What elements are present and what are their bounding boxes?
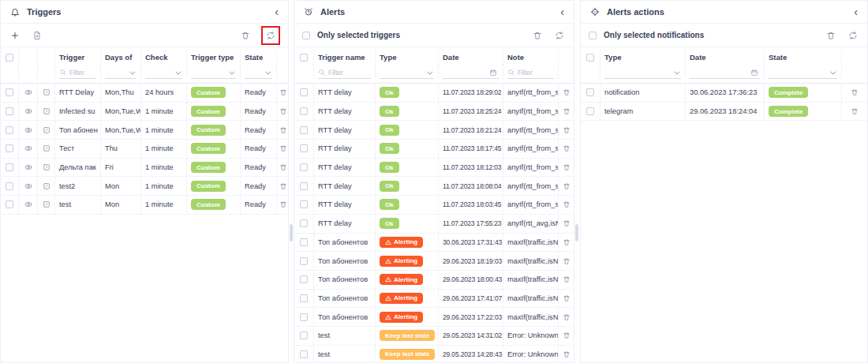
row-checkbox[interactable] <box>586 88 594 96</box>
trash-icon[interactable] <box>277 161 289 174</box>
trash-icon[interactable] <box>560 217 573 230</box>
action-state-badge: Complete <box>769 106 808 117</box>
row-checkbox[interactable] <box>300 126 308 134</box>
only-selected-triggers-checkbox[interactable] <box>302 32 310 39</box>
toggle-icon[interactable] <box>22 86 35 99</box>
toggle-icon[interactable] <box>22 180 35 193</box>
trash-icon[interactable] <box>848 86 861 99</box>
trash-icon[interactable] <box>560 236 573 249</box>
alert-trigger-name: RTT delay <box>313 84 375 102</box>
trash-icon[interactable] <box>277 86 289 99</box>
refresh-button[interactable] <box>264 29 277 42</box>
row-checkbox[interactable] <box>300 88 308 96</box>
select-all-checkbox[interactable] <box>6 54 13 62</box>
row-checkbox[interactable] <box>300 182 308 190</box>
row-checkbox[interactable] <box>300 350 308 358</box>
trash-icon[interactable] <box>277 124 289 137</box>
row-checkbox[interactable] <box>300 238 308 246</box>
collapse-panel-button[interactable]: ‹ <box>852 6 859 17</box>
refresh-button[interactable] <box>553 29 566 42</box>
trigger-check-interval: 1 minute <box>140 196 186 214</box>
delete-selected-button[interactable] <box>825 29 837 42</box>
trash-icon[interactable] <box>560 198 573 211</box>
trash-icon[interactable] <box>560 180 573 193</box>
state-filter-select[interactable] <box>245 67 272 79</box>
row-checkbox[interactable] <box>300 107 308 115</box>
trigger-name-filter-input[interactable]: Filter <box>318 67 371 79</box>
row-checkbox[interactable] <box>586 107 594 115</box>
row-checkbox[interactable] <box>6 182 13 190</box>
row-checkbox[interactable] <box>6 163 13 171</box>
trash-icon[interactable] <box>560 273 573 286</box>
toggle-icon[interactable] <box>22 198 35 211</box>
new-file-icon[interactable] <box>31 29 43 42</box>
trash-icon[interactable] <box>277 180 289 193</box>
select-all-checkbox[interactable] <box>300 54 308 62</box>
row-checkbox[interactable] <box>300 144 308 152</box>
row-checkbox[interactable] <box>300 257 308 265</box>
trigger-check-interval: 1 minute <box>140 103 186 121</box>
edit-icon[interactable] <box>40 105 53 118</box>
trash-icon[interactable] <box>848 105 861 118</box>
delete-selected-button[interactable] <box>531 29 544 42</box>
panel-resizer[interactable] <box>289 0 294 363</box>
delete-selected-button[interactable] <box>239 29 252 42</box>
trash-icon[interactable] <box>560 311 573 324</box>
collapse-panel-button[interactable]: ‹ <box>273 6 280 17</box>
row-checkbox[interactable] <box>6 107 13 115</box>
trash-icon[interactable] <box>560 161 573 174</box>
row-checkbox[interactable] <box>6 200 13 208</box>
row-checkbox[interactable] <box>6 88 13 96</box>
row-checkbox[interactable] <box>6 126 13 134</box>
edit-icon[interactable] <box>40 142 53 155</box>
add-trigger-button[interactable] <box>9 29 21 42</box>
trigger-type-filter-select[interactable] <box>191 67 236 79</box>
trash-icon[interactable] <box>560 292 573 305</box>
row-checkbox[interactable] <box>300 275 308 283</box>
trigger-days: Mon,Tue,We <box>100 103 140 121</box>
trash-icon[interactable] <box>277 142 289 155</box>
refresh-button[interactable] <box>847 29 859 42</box>
panel-resizer[interactable] <box>574 0 580 363</box>
trash-icon[interactable] <box>277 105 289 118</box>
row-checkbox[interactable] <box>300 313 308 321</box>
type-filter-select[interactable] <box>380 67 434 79</box>
edit-icon[interactable] <box>40 124 53 137</box>
trash-icon[interactable] <box>277 198 289 211</box>
trash-icon[interactable] <box>560 142 573 155</box>
trash-icon[interactable] <box>560 105 573 118</box>
note-filter-input[interactable]: Filter <box>507 67 554 79</box>
state-filter-select[interactable] <box>769 67 837 79</box>
toggle-icon[interactable] <box>22 105 35 118</box>
trigger-filter-input[interactable]: Filter <box>59 67 96 79</box>
row-checkbox[interactable] <box>6 144 13 152</box>
row-checkbox[interactable] <box>300 219 308 227</box>
trash-icon[interactable] <box>560 329 573 342</box>
row-checkbox[interactable] <box>300 163 308 171</box>
row-checkbox[interactable] <box>300 294 308 302</box>
check-filter-select[interactable] <box>145 67 182 79</box>
edit-icon[interactable] <box>40 198 53 211</box>
toggle-icon[interactable] <box>22 124 35 137</box>
row-checkbox[interactable] <box>300 331 308 339</box>
toggle-icon[interactable] <box>22 142 35 155</box>
trash-icon[interactable] <box>560 124 573 137</box>
resize-handle[interactable] <box>290 224 293 241</box>
type-filter-select[interactable] <box>604 67 681 79</box>
resize-handle[interactable] <box>575 224 578 241</box>
trash-icon[interactable] <box>560 348 573 361</box>
select-all-checkbox[interactable] <box>586 54 594 62</box>
trash-icon[interactable] <box>560 86 573 99</box>
edit-icon[interactable] <box>40 161 53 174</box>
edit-icon[interactable] <box>40 180 53 193</box>
date-filter-picker[interactable] <box>690 67 760 79</box>
row-checkbox[interactable] <box>300 200 308 208</box>
toggle-icon[interactable] <box>22 161 35 174</box>
date-filter-picker[interactable] <box>443 67 499 79</box>
collapse-panel-button[interactable]: ‹ <box>559 6 566 17</box>
alert-trigger-name: RTT delay <box>313 121 375 139</box>
days-filter-select[interactable] <box>105 67 137 79</box>
only-selected-notifications-checkbox[interactable] <box>589 32 597 39</box>
trash-icon[interactable] <box>560 255 573 268</box>
edit-icon[interactable] <box>40 86 53 99</box>
